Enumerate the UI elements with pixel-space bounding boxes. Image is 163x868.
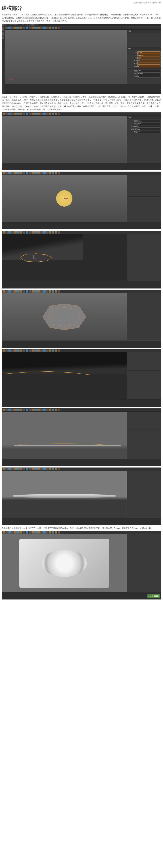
tool-icon[interactable] <box>57 468 60 470</box>
tool-icon[interactable] <box>46 113 48 115</box>
tool-icon[interactable] <box>37 290 40 293</box>
prop-input[interactable]: 10 <box>137 128 160 130</box>
tool-icon[interactable] <box>3 113 5 115</box>
tool-icon[interactable] <box>14 27 17 29</box>
tool-icon[interactable] <box>14 531 17 534</box>
tool-icon[interactable] <box>17 231 19 234</box>
tool-icon[interactable] <box>23 231 25 234</box>
viewport[interactable] <box>2 534 127 592</box>
tool-icon[interactable] <box>14 113 17 115</box>
tool-icon[interactable] <box>20 349 23 352</box>
tool-icon[interactable] <box>3 531 5 534</box>
tool-icon[interactable] <box>17 531 19 534</box>
tool-icon[interactable] <box>40 531 43 534</box>
tool-icon[interactable] <box>20 113 23 115</box>
tool-icon[interactable] <box>55 468 57 470</box>
tool-icon[interactable] <box>26 468 28 470</box>
tool-icon[interactable] <box>26 409 28 411</box>
tool-icon[interactable] <box>23 172 25 175</box>
tool-icon[interactable] <box>29 409 31 411</box>
tool-icon[interactable] <box>14 231 17 234</box>
tool-icon[interactable] <box>23 27 25 29</box>
tool-icon[interactable] <box>40 172 43 175</box>
tool-icon[interactable] <box>52 468 54 470</box>
tool-icon[interactable] <box>52 231 54 234</box>
tool-icon[interactable] <box>43 27 46 29</box>
tool-icon[interactable] <box>34 27 37 29</box>
tool-icon[interactable] <box>57 409 60 411</box>
tool-icon[interactable] <box>46 27 48 29</box>
tool-icon[interactable] <box>55 290 57 293</box>
tool-icon[interactable] <box>2 32 4 34</box>
tool-icon[interactable] <box>8 290 11 293</box>
tool-icon[interactable] <box>55 172 57 175</box>
viewport[interactable] <box>2 352 127 400</box>
tool-icon[interactable] <box>8 349 11 352</box>
tool-icon[interactable] <box>17 113 19 115</box>
tool-icon[interactable] <box>11 290 14 293</box>
tool-icon[interactable] <box>52 531 54 534</box>
tool-icon[interactable] <box>49 349 51 352</box>
prop-input[interactable]: 60 ° <box>137 57 160 59</box>
tool-icon[interactable] <box>32 27 34 29</box>
tool-icon[interactable] <box>37 27 40 29</box>
octagon-mesh[interactable] <box>41 302 88 331</box>
tool-icon[interactable] <box>32 468 34 470</box>
viewport[interactable] <box>2 293 127 340</box>
tool-icon[interactable] <box>52 290 54 293</box>
tool-icon[interactable] <box>49 231 51 234</box>
tool-icon[interactable] <box>49 290 51 293</box>
tool-icon[interactable] <box>40 468 43 470</box>
plate-model[interactable] <box>42 550 87 577</box>
tool-icon[interactable] <box>11 468 14 470</box>
tool-icon[interactable] <box>3 468 5 470</box>
tool-icon[interactable] <box>40 231 43 234</box>
tool-icon[interactable] <box>52 349 54 352</box>
tool-icon[interactable] <box>55 231 57 234</box>
tool-icon[interactable] <box>43 290 46 293</box>
tool-icon[interactable] <box>17 349 19 352</box>
tool-icon[interactable] <box>11 531 14 534</box>
prop-input[interactable]: 1 <box>137 125 160 128</box>
tool-icon[interactable] <box>43 172 46 175</box>
tool-icon[interactable] <box>20 409 23 411</box>
tool-icon[interactable] <box>8 531 11 534</box>
tool-icon[interactable] <box>5 27 8 29</box>
tool-icon[interactable] <box>43 113 46 115</box>
tool-icon[interactable] <box>11 27 14 29</box>
tool-icon[interactable] <box>23 349 25 352</box>
tool-icon[interactable] <box>20 231 23 234</box>
tool-icon[interactable] <box>26 290 28 293</box>
viewport[interactable] <box>2 234 127 281</box>
tool-icon[interactable] <box>55 349 57 352</box>
plate-side-view[interactable] <box>12 494 117 498</box>
tool-icon[interactable] <box>49 531 51 534</box>
tool-icon[interactable] <box>26 531 28 534</box>
tool-icon[interactable] <box>14 290 17 293</box>
viewport[interactable] <box>2 116 127 163</box>
tool-icon[interactable] <box>40 409 43 411</box>
tool-icon[interactable] <box>37 468 40 470</box>
viewport[interactable] <box>2 175 127 222</box>
tool-icon[interactable] <box>17 290 19 293</box>
tool-icon[interactable] <box>34 172 37 175</box>
tool-icon[interactable] <box>8 468 11 470</box>
tool-icon[interactable] <box>32 113 34 115</box>
tool-icon[interactable] <box>26 113 28 115</box>
tool-icon[interactable] <box>29 531 31 534</box>
tool-icon[interactable] <box>49 113 51 115</box>
viewport[interactable] <box>2 411 127 459</box>
prop-input[interactable]: -Z <box>137 75 160 78</box>
tool-icon[interactable] <box>43 531 46 534</box>
tool-icon[interactable] <box>52 27 54 29</box>
tool-icon[interactable] <box>29 113 31 115</box>
tool-icon[interactable] <box>17 172 19 175</box>
prop-input[interactable]: 0 ° <box>137 60 160 62</box>
tool-icon[interactable] <box>23 290 25 293</box>
tool-icon[interactable] <box>34 349 37 352</box>
tool-icon[interactable] <box>3 172 5 175</box>
tool-icon[interactable] <box>8 172 11 175</box>
tool-icon[interactable] <box>11 113 14 115</box>
tool-icon[interactable] <box>55 27 57 29</box>
tool-icon[interactable] <box>37 231 40 234</box>
